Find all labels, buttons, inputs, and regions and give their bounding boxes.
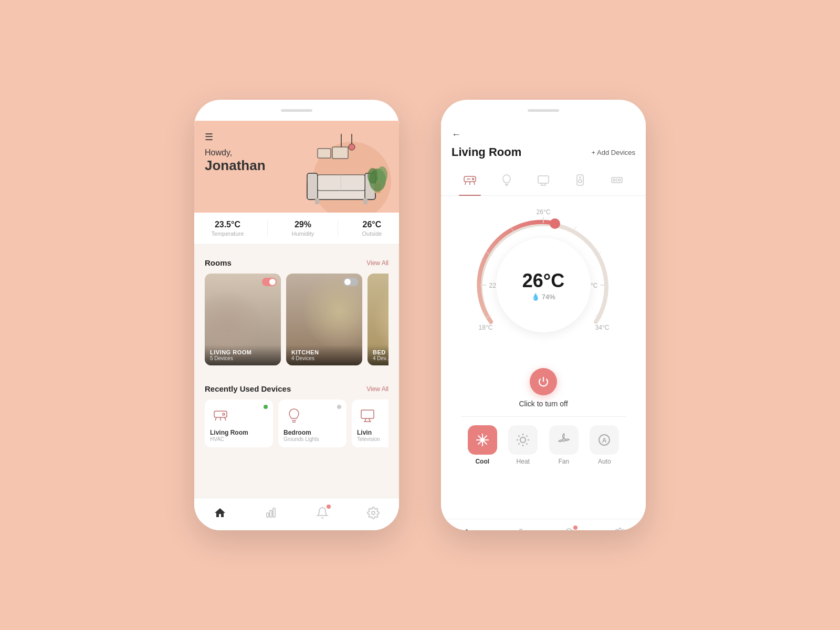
svg-line-36 [474,182,475,185]
auto-icon-box: A [590,425,619,455]
rooms-title: Rooms [205,258,232,267]
svg-rect-25 [361,410,374,418]
device-status-online [264,405,268,409]
rp-header: ← Living Room + Add Devices [441,121,646,164]
rp-nav-home[interactable] [460,528,473,531]
svg-rect-12 [315,198,319,204]
outside-value: 26°C [362,220,382,229]
device-card-living[interactable]: Living Room HVAC [205,400,273,447]
svg-rect-13 [363,198,368,204]
device-icon-light [284,405,304,426]
svg-line-82 [519,443,520,444]
thermostat-dial: 26°C 22°C 30°C 18°C 34°C 26°C 💧 74% [465,206,622,364]
dial-inner: 26°C 💧 74% [496,238,591,332]
rp-nav-stats[interactable] [511,528,524,531]
svg-line-21 [225,417,226,421]
weather-humidity: 29% Humidity [292,220,314,237]
devices-title: Recently Used Devices [205,384,291,393]
svg-point-73 [481,438,484,442]
nav-stats[interactable] [265,507,277,522]
device-card-tv[interactable]: Livin Television [352,400,388,447]
tab-tv[interactable] [525,170,562,195]
room-card-bed[interactable]: BED 4 Dev... [368,274,388,365]
living-room-name: LIVING ROOM [210,349,276,355]
tab-ac[interactable] [452,170,488,195]
svg-point-54 [550,218,560,229]
back-button[interactable]: ← [452,129,635,140]
svg-rect-10 [318,175,365,191]
kitchen-devices: 4 Devices [291,355,357,361]
add-devices-button[interactable]: + Add Devices [592,149,635,156]
living-room-devices: 5 Devices [210,355,276,361]
svg-rect-6 [332,147,348,159]
mode-fan[interactable]: Fan [549,425,579,465]
fan-label: Fan [558,458,569,465]
left-phone: ☰ Howdy, Jonathan [194,100,399,530]
svg-point-74 [520,437,526,443]
device-tabs [441,164,646,196]
device-sub-living: HVAC [210,436,268,442]
device-icon-ac [210,405,231,426]
living-room-toggle[interactable] [262,278,277,286]
svg-rect-5 [318,149,331,158]
svg-rect-88 [520,529,522,531]
device-name-living: Living Room [210,429,268,436]
kitchen-overlay: KITCHEN 4 Devices [286,345,362,365]
rooms-view-all[interactable]: View All [366,259,388,267]
temperature-value: 23.5°C [212,220,244,229]
svg-point-4 [349,144,355,150]
tab-stereo[interactable] [598,170,635,195]
svg-point-16 [368,168,378,184]
right-bottom-nav [441,519,646,530]
device-card-bedroom[interactable]: Bedroom Grounds Lights [278,400,346,447]
devices-section: Recently Used Devices View All [194,376,399,453]
mode-auto[interactable]: A Auto [590,425,619,465]
device-sub-tv: Television [357,436,388,442]
svg-point-47 [580,177,581,178]
svg-text:34°C: 34°C [595,324,610,331]
cool-label: Cool [475,458,489,465]
svg-rect-30 [270,510,272,517]
rp-nav-settings[interactable] [614,528,626,531]
tab-speaker[interactable] [562,170,598,195]
devices-view-all[interactable]: View All [366,385,388,393]
svg-point-22 [223,413,225,415]
heat-icon-box [508,425,538,455]
svg-point-37 [472,178,474,180]
room-card-living[interactable]: LIVING ROOM 5 Devices [205,274,281,365]
svg-point-50 [618,179,621,181]
kitchen-name: KITCHEN [291,349,357,355]
mode-heat[interactable]: Heat [508,425,538,465]
weather-temperature: 23.5°C Temperature [212,220,244,237]
svg-text:26°C: 26°C [537,208,551,216]
tab-light[interactable] [488,170,525,195]
living-room-overlay: LIVING ROOM 5 Devices [205,345,281,365]
device-name-bedroom: Bedroom [284,429,341,436]
mode-cool[interactable]: Cool [468,425,497,465]
svg-rect-29 [267,513,269,517]
outside-label: Outside [362,230,382,237]
device-status-offline [337,405,341,409]
device-sub-bedroom: Grounds Lights [284,436,341,442]
svg-rect-45 [577,175,583,185]
rp-notification-badge [573,526,578,530]
thermostat-section: 26°C 22°C 30°C 18°C 34°C 26°C 💧 74% [441,196,646,476]
svg-point-17 [377,166,387,183]
svg-line-19 [215,417,216,421]
left-bottom-nav [194,498,399,530]
header-banner: ☰ Howdy, Jonathan [194,121,399,213]
room-card-kitchen[interactable]: KITCHEN 4 Devices [286,274,362,365]
mode-buttons: Cool [452,425,635,465]
bed-overlay: BED 4 Dev... [368,345,388,365]
kitchen-toggle[interactable] [343,278,358,286]
rooms-header: Rooms View All [205,258,388,267]
nav-home[interactable] [214,507,226,522]
power-button[interactable] [530,368,557,395]
nav-notifications[interactable] [316,507,329,522]
nav-settings[interactable] [367,507,380,522]
humidity-label: Humidity [292,230,314,237]
rp-nav-notifications[interactable] [563,528,575,531]
svg-rect-31 [273,508,275,517]
right-phone: ← Living Room + Add Devices [441,100,646,530]
svg-text:18°C: 18°C [479,324,493,331]
